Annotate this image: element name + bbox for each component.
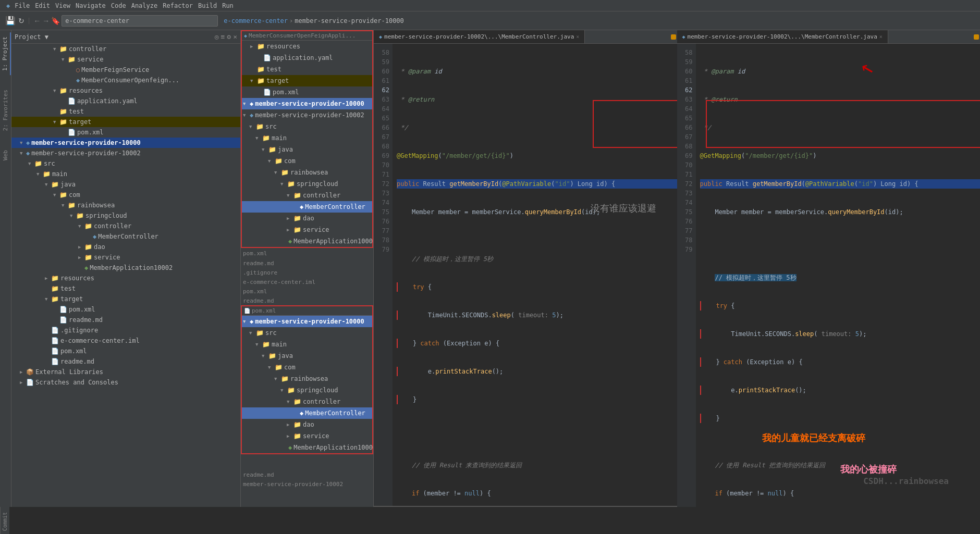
app: ◆ File Edit View Navigate Code Analyze R… — [0, 0, 980, 534]
path-input[interactable]: e-commerce-center — [65, 17, 129, 24]
popup-service3[interactable]: ▶ 📁 service — [242, 224, 372, 235]
tree-item-target2[interactable]: ▼ 📁 target — [11, 294, 240, 304]
code-view-top[interactable]: 58 59 60 61 62 63 64 65 66 67 68 69 70 7… — [374, 44, 677, 506]
sync-button[interactable]: ↻ — [18, 17, 24, 25]
popup-b-provider-10000[interactable]: ▼ ◆ member-service-provider-10000 — [242, 316, 372, 327]
tree-item-main[interactable]: ▼ 📁 main — [11, 169, 240, 179]
popup-controller-folder[interactable]: ▼ 📁 controller — [242, 190, 372, 201]
popup-main[interactable]: ▼ 📁 main — [242, 132, 372, 144]
tree-item-readme2[interactable]: 📄 readme.md — [11, 356, 240, 367]
popup-app-10002[interactable]: ◆ MemberApplication10002 — [242, 235, 372, 247]
popup-provider-10000[interactable]: ▼ ◆ member-service-provider-10000 — [242, 98, 372, 109]
breadcrumb-part2[interactable]: member-service-provider-10000 — [295, 17, 404, 24]
tree-item-resources2[interactable]: ▶ 📁 resources — [11, 273, 240, 283]
popup-springcloud[interactable]: ▼ 📁 springcloud — [242, 178, 372, 190]
tab-close-top[interactable]: × — [576, 34, 579, 40]
popup-b-com[interactable]: ▼ 📁 com — [242, 362, 372, 373]
project-tree: ▼ 📁 controller ▼ 📁 service ○ MemberFeign… — [11, 44, 240, 507]
popup-b-java[interactable]: ▼ 📁 java — [242, 350, 372, 362]
popup-resources[interactable]: ▶ 📁 resources — [242, 41, 372, 52]
strip-right-commit[interactable]: Commit — [1, 509, 9, 534]
tree-item-pom2[interactable]: 📄 pom.xml — [11, 304, 240, 315]
tree-item-target[interactable]: ▼ 📁 target — [11, 117, 240, 127]
popup-b-rainbowsea[interactable]: ▼ 📁 rainbowsea — [242, 373, 372, 384]
tree-item-rainbowsea[interactable]: ▼ 📁 rainbowsea — [11, 200, 240, 210]
popup-src[interactable]: ▼ 📁 src — [242, 121, 372, 132]
tree-item-test[interactable]: 📁 test — [11, 106, 240, 117]
popup-test[interactable]: 📁 test — [242, 64, 372, 75]
tree-item-iml[interactable]: 📄 e-commerce-center.iml — [11, 336, 240, 346]
popup-b-app-10000[interactable]: ◆ MemberApplication10000 — [242, 442, 372, 453]
tree-item-provider-10002[interactable]: ▼ ◆ member-service-provider-10002 — [11, 148, 240, 158]
strip-tab-favorites[interactable]: 2: Favorites — [1, 85, 10, 135]
project-dropdown[interactable]: Project ▼ — [15, 33, 48, 41]
tree-item-scratches[interactable]: ▶ 📄 Scratches and Consoles — [11, 377, 240, 388]
menu-navigate[interactable]: Navigate — [76, 2, 106, 9]
menu-analyze[interactable]: Analyze — [131, 2, 158, 9]
gear-icon[interactable]: ⚙ — [227, 33, 231, 41]
popup-yaml[interactable]: 📄 application.yaml — [242, 52, 372, 64]
popup-java[interactable]: ▼ 📁 java — [242, 144, 372, 155]
tree-item-member-controller[interactable]: ◆ MemberController — [11, 231, 240, 242]
tree-item-controller2[interactable]: ▼ 📁 controller — [11, 221, 240, 231]
toolbar: 💾 ↻ | ← → 🔖 e-commerce-center e-commerce… — [0, 11, 980, 30]
strip-tab-web[interactable]: Web — [1, 146, 10, 165]
menu-code[interactable]: Code — [111, 2, 126, 9]
tree-item-service2[interactable]: ▶ 📁 service — [11, 252, 240, 263]
menu-bar: ◆ File Edit View Navigate Code Analyze R… — [0, 0, 980, 11]
save-button[interactable]: 💾 — [4, 15, 17, 27]
menu-view[interactable]: View — [55, 2, 70, 9]
tree-item-dao[interactable]: ▶ 📁 dao — [11, 242, 240, 252]
popup-b-springcloud[interactable]: ▼ 📁 springcloud — [242, 384, 372, 396]
close-icon[interactable]: × — [233, 33, 237, 41]
tree-item-gitignore[interactable]: 📄 .gitignore — [11, 325, 240, 336]
popup-b-service[interactable]: ▶ 📁 service — [242, 430, 372, 442]
popup-b-dao[interactable]: ▶ 📁 dao — [242, 419, 372, 430]
popup-pom-xml[interactable]: 📄 pom.xml — [242, 86, 372, 98]
code-view-bottom[interactable]: 58 59 60 61 62 63 64 65 66 67 68 69 70 7… — [677, 44, 981, 507]
tab-member-controller-bottom[interactable]: ◆ member-service-provider-10002\...\Memb… — [677, 30, 888, 43]
tree-item-readme[interactable]: 📄 readme.md — [11, 315, 240, 325]
collapse-icon[interactable]: ≡ — [221, 33, 225, 41]
tree-item-ext-libs[interactable]: ▶ 📦 External Libraries — [11, 367, 240, 377]
strip-tab-project[interactable]: 1: Project — [0, 32, 11, 75]
tree-item-test2[interactable]: 📁 test — [11, 283, 240, 294]
tree-item-java[interactable]: ▼ 📁 java — [11, 179, 240, 190]
bookmark-button[interactable]: 🔖 — [51, 17, 60, 25]
tree-item-service[interactable]: ▼ 📁 service — [11, 54, 240, 65]
tree-item-member-consumer[interactable]: ◆ MemberConsumerOpenfeign... — [11, 75, 240, 85]
tree-item-app-10002[interactable]: ◆ MemberApplication10002 — [11, 263, 240, 273]
popup-target[interactable]: ▼ 📁 target — [242, 75, 372, 86]
tree-item-provider-10000[interactable]: ▼ ◆ member-service-provider-10000 — [11, 138, 240, 148]
popup-provider-10002[interactable]: ▼ ◆ member-service-provider-10002 — [242, 109, 372, 121]
tree-item-pom3[interactable]: 📄 pom.xml — [11, 346, 240, 356]
popup-member-controller-top[interactable]: ◆ MemberController — [242, 201, 372, 213]
tree-item-springcloud[interactable]: ▼ 📁 springcloud — [11, 210, 240, 221]
popup-b-member-controller[interactable]: ◆ MemberController — [242, 407, 372, 419]
popup-b-controller[interactable]: ▼ 📁 controller — [242, 396, 372, 407]
popup-com[interactable]: ▼ 📁 com — [242, 155, 372, 167]
menu-refactor[interactable]: Refactor — [163, 2, 193, 9]
back-button[interactable]: ← — [33, 17, 41, 25]
popup-b-main[interactable]: ▼ 📁 main — [242, 339, 372, 350]
popup-b-src[interactable]: ▼ 📁 src — [242, 327, 372, 339]
menu-run[interactable]: Run — [222, 2, 234, 9]
tree-item-com[interactable]: ▼ 📁 com — [11, 190, 240, 200]
menu-build[interactable]: Build — [198, 2, 217, 9]
locate-icon[interactable]: ◎ — [215, 33, 219, 41]
tree-item-pom1[interactable]: 📄 pom.xml — [11, 127, 240, 138]
popup-dao[interactable]: ▶ 📁 dao — [242, 213, 372, 224]
tab-close-bottom[interactable]: × — [879, 34, 883, 40]
tree-item-yaml[interactable]: 📄 application.yaml — [11, 96, 240, 106]
tree-item-src[interactable]: ▼ 📁 src — [11, 158, 240, 169]
tab-member-controller-top[interactable]: ◆ member-service-provider-10002\...\Memb… — [374, 30, 585, 43]
tree-item-member-feign[interactable]: ○ MemberFeignService — [11, 65, 240, 75]
tree-item-resources[interactable]: ▼ 📁 resources — [11, 85, 240, 96]
popup-rainbowsea[interactable]: ▼ 📁 rainbowsea — [242, 167, 372, 178]
left-strip: 1: Project 2: Favorites Web — [0, 30, 11, 507]
menu-file[interactable]: File — [15, 2, 30, 9]
tree-item-controller[interactable]: ▼ 📁 controller — [11, 44, 240, 54]
breadcrumb-part1[interactable]: e-commerce-center — [224, 17, 288, 24]
menu-edit[interactable]: Edit — [35, 2, 50, 9]
forward-button[interactable]: → — [42, 17, 50, 25]
